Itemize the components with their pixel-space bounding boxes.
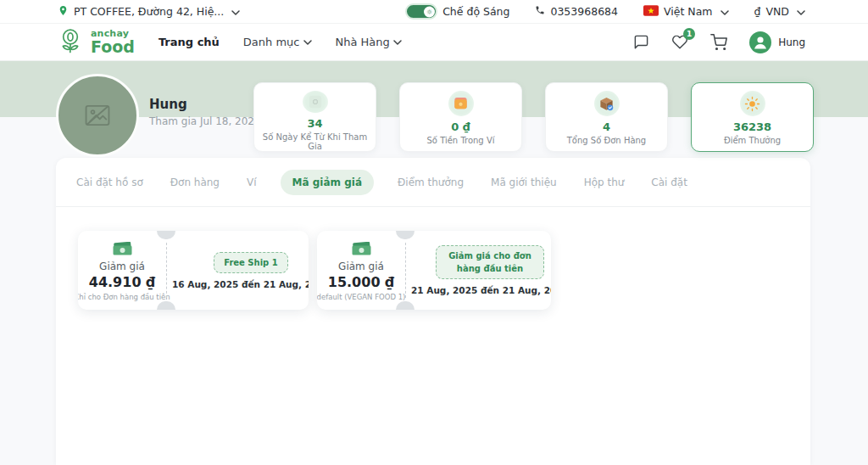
chevron-down-icon: [797, 5, 805, 18]
header-icons: 1 Hung: [633, 31, 805, 53]
logo-text: anchay Food: [91, 29, 135, 55]
tab-orders[interactable]: Đơn hàng: [167, 170, 223, 195]
cart-button[interactable]: [710, 34, 727, 51]
stat-card-wallet-balance: 0 ₫ Số Tiền Trong Ví: [399, 82, 522, 152]
stats-row: 34 Số Ngày Kể Từ Khi Tham Gia 0 ₫ Số Tiề…: [253, 82, 814, 152]
stat-label: Số Ngày Kể Từ Khi Tham Gia: [254, 132, 376, 151]
coupon-type-label: Giảm giá: [99, 261, 145, 272]
stat-value: 4: [603, 120, 610, 133]
theme-toggle-group: ☼ Chế độ Sáng: [405, 3, 509, 20]
user-menu[interactable]: Hung: [749, 31, 805, 53]
coupon-name-badge: Free Ship 1: [214, 252, 288, 273]
stat-label: Điểm Thưởng: [721, 136, 784, 145]
vietnam-flag-icon: [643, 5, 659, 19]
tab-profile-settings[interactable]: Cài đặt hồ sơ: [73, 170, 147, 195]
profile-content-card: Cài đặt hồ sơ Đơn hàng Ví Mã giảm giá Đi…: [56, 158, 810, 465]
currency-symbol: ₫: [754, 5, 761, 18]
tab-coupons[interactable]: Mã giảm giá: [281, 170, 375, 195]
coupon-list: Giảm giá 44.910 ₫ Chỉ cho Đơn hàng đầu t…: [78, 231, 810, 310]
chevron-down-icon: [393, 40, 402, 45]
currency-label: VND: [765, 5, 789, 18]
coupon-amount: 44.910 ₫: [89, 274, 155, 290]
nav-categories[interactable]: Danh mục: [243, 36, 312, 48]
coupon-dates: 16 Aug, 2025 đến 21 Aug, 2025: [172, 279, 309, 289]
money-icon: [111, 242, 134, 257]
stat-label: Số Tiền Trong Ví: [423, 136, 498, 145]
topbar: PT COFFEE, Đường 42, Hiệ... ☼ Chế độ Sán…: [0, 0, 868, 24]
sun-icon: [740, 91, 765, 116]
coupon-type-label: Giảm giá: [338, 261, 384, 272]
chevron-down-icon: [721, 5, 729, 18]
wishlist-count-badge: 1: [683, 28, 695, 40]
country-selector[interactable]: Việt Nam: [643, 5, 729, 19]
profile-page: PT COFFEE, Đường 42, Hiệ... ☼ Chế độ Sán…: [0, 0, 868, 465]
main-header: anchay Food Trang chủ Danh mục Nhà Hàng: [0, 24, 868, 61]
coupon-left-section: Giảm giá 15.000 ₫ default (VEGAN FOOD 1): [317, 231, 405, 310]
chat-button[interactable]: [633, 34, 649, 50]
coupon-left-section: Giảm giá 44.910 ₫ Chỉ cho Đơn hàng đầu t…: [78, 231, 166, 310]
phone-number: 0353968684: [550, 5, 618, 18]
package-icon: [594, 91, 620, 116]
theme-toggle[interactable]: ☼: [405, 3, 437, 20]
nav-home-label: Trang chủ: [159, 36, 220, 48]
wishlist-button[interactable]: 1: [671, 34, 688, 50]
phone-group[interactable]: 0353968684: [535, 5, 618, 18]
image-placeholder-icon: [303, 91, 328, 113]
coupon-condition: default (VEGAN FOOD 1): [317, 293, 405, 301]
chat-icon: [633, 34, 649, 50]
profile-joined-date: Tham gia Jul 18, 2025: [149, 115, 261, 127]
stat-card-days-joined: 34 Số Ngày Kể Từ Khi Tham Gia: [253, 82, 376, 152]
profile-tabs: Cài đặt hồ sơ Đơn hàng Ví Mã giảm giá Đi…: [56, 158, 810, 207]
phone-icon: [535, 5, 545, 18]
tab-settings[interactable]: Cài đặt: [648, 170, 691, 195]
stat-card-reward-points: 36238 Điểm Thưởng: [691, 82, 814, 152]
nav-restaurants-label: Nhà Hàng: [336, 36, 390, 48]
wallet-icon: [448, 91, 474, 116]
currency-selector[interactable]: ₫ VND: [754, 5, 805, 18]
coupon-dates: 21 Aug, 2025 đến 21 Aug, 2025: [411, 285, 551, 295]
tab-inbox[interactable]: Hộp thư: [581, 170, 628, 195]
tab-referral-code[interactable]: Mã giới thiệu: [487, 170, 560, 195]
theme-toggle-label: Chế độ Sáng: [442, 5, 509, 18]
coupon-condition: Chỉ cho Đơn hàng đầu tiên: [78, 293, 170, 301]
chevron-down-icon: [231, 5, 240, 18]
tab-reward-points[interactable]: Điểm thưởng: [394, 170, 467, 195]
stat-value: 0 ₫: [451, 120, 470, 133]
nav-home[interactable]: Trang chủ: [159, 36, 220, 48]
stat-card-total-orders: 4 Tổng Số Đơn Hàng: [545, 82, 668, 152]
broken-image-icon: [81, 99, 114, 132]
logo[interactable]: anchay Food: [56, 26, 135, 59]
stat-value: 36238: [733, 120, 771, 133]
location-pin-icon: [58, 4, 69, 20]
location-selector[interactable]: PT COFFEE, Đường 42, Hiệ...: [58, 4, 240, 20]
user-name: Hung: [778, 36, 805, 48]
coupon-card[interactable]: Giảm giá 15.000 ₫ default (VEGAN FOOD 1)…: [317, 231, 551, 310]
nav-restaurants[interactable]: Nhà Hàng: [336, 36, 402, 48]
country-label: Việt Nam: [664, 5, 713, 18]
chevron-down-icon: [303, 40, 312, 45]
nav-categories-label: Danh mục: [243, 36, 300, 48]
stat-label: Tổng Số Đơn Hàng: [564, 136, 649, 145]
logo-line2: Food: [91, 39, 135, 55]
profile-avatar[interactable]: [56, 74, 139, 157]
sun-toggle-icon: ☼: [424, 6, 435, 17]
logo-plant-icon: [56, 26, 85, 59]
coupon-right-section: Free Ship 1 16 Aug, 2025 đến 21 Aug, 202…: [167, 231, 309, 310]
profile-name: Hung: [149, 97, 187, 112]
cart-icon: [710, 34, 727, 51]
coupon-amount: 15.000 ₫: [328, 274, 394, 290]
stat-value: 34: [307, 117, 322, 130]
main-nav: Trang chủ Danh mục Nhà Hàng: [159, 36, 402, 48]
coupon-name-badge: Giảm giá cho đơn hàng đầu tiên: [436, 245, 544, 279]
coupon-right-section: Giảm giá cho đơn hàng đầu tiên 21 Aug, 2…: [406, 231, 551, 310]
location-label: PT COFFEE, Đường 42, Hiệ...: [74, 5, 224, 18]
money-icon: [350, 242, 373, 257]
user-avatar-icon: [749, 31, 771, 53]
coupon-card[interactable]: Giảm giá 44.910 ₫ Chỉ cho Đơn hàng đầu t…: [78, 231, 309, 310]
tab-wallet[interactable]: Ví: [243, 170, 260, 195]
